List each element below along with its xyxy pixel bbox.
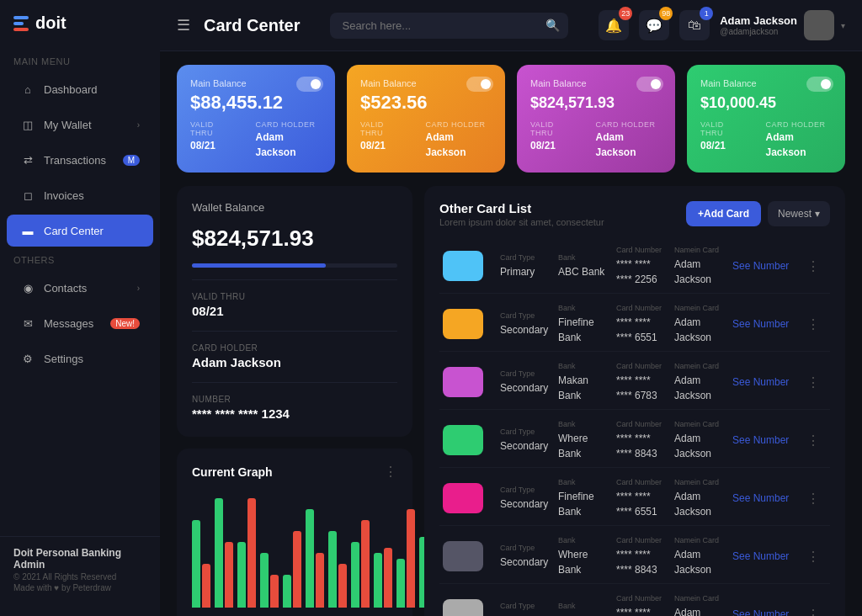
sidebar-item-contacts[interactable]: ◉ Contacts › — [7, 272, 153, 304]
card-amount: $824,571.93 — [530, 94, 662, 112]
income-bar — [283, 575, 291, 608]
card-more-button[interactable]: ⋮ — [806, 549, 827, 565]
chevron-right-icon: › — [137, 120, 140, 130]
see-number-button[interactable]: See Number — [732, 376, 800, 388]
card-thumbnail — [443, 541, 483, 571]
logo-text: doit — [35, 13, 67, 33]
search-input[interactable] — [330, 13, 568, 39]
name-on-card-value: Adam Jackson — [674, 491, 711, 518]
search-wrap: 🔍 — [330, 13, 568, 39]
sidebar-item-settings[interactable]: ⚙ Settings — [7, 343, 153, 374]
card-thumbnail — [443, 483, 483, 513]
income-bar — [306, 509, 314, 608]
card-toggle-green[interactable] — [806, 77, 833, 92]
wallet-progress-bar — [192, 263, 397, 268]
see-number-button[interactable]: See Number — [732, 492, 800, 504]
card-more-button[interactable]: ⋮ — [806, 316, 827, 332]
card-number-field: Card Number **** **** **** 8843 — [616, 420, 668, 460]
menu-icon[interactable]: ☰ — [177, 16, 190, 35]
income-bar — [215, 498, 223, 608]
sidebar-item-transactions[interactable]: ⇄ Transactions M — [7, 144, 153, 176]
add-card-button[interactable]: +Add Card — [686, 201, 761, 226]
bank-label: Bank — [558, 362, 609, 370]
chat-notification-button[interactable]: 💬 98 — [639, 10, 669, 40]
see-number-button[interactable]: See Number — [732, 550, 800, 562]
card-number-label: Card Number — [616, 536, 668, 544]
card-toggle-orange[interactable] — [466, 77, 493, 92]
see-number-button[interactable]: See Number — [732, 318, 800, 330]
balance-card-blue: Main Balance $88,455.12 VALID THRU 08/21… — [177, 65, 335, 173]
bar-group — [260, 553, 279, 608]
card-type-label: Card Type — [500, 311, 551, 320]
card-bank-field: Bank Where Bank — [558, 420, 609, 460]
name-on-card-field: Namein Card Adam Jackson — [674, 362, 726, 402]
card-more-button[interactable]: ⋮ — [806, 433, 827, 449]
card-list-actions: +Add Card Newest ▾ — [686, 201, 830, 226]
card-number-value: **** **** **** 8843 — [616, 549, 657, 576]
see-number-button[interactable]: See Number — [732, 608, 800, 616]
filter-button[interactable]: Newest ▾ — [768, 201, 830, 226]
card-holder-value: Adam Jackson — [192, 355, 281, 369]
card-number-value: **** **** **** 2256 — [616, 258, 657, 285]
card-more-button[interactable]: ⋮ — [806, 491, 827, 507]
card-number-label: Card Number — [616, 594, 668, 603]
card-number-field: Card Number **** **** **** 6783 — [616, 362, 668, 402]
header-actions: 🔔 23 💬 98 🛍 1 Adam Jackson @adamjackson … — [599, 10, 845, 40]
chevron-down-icon: ▾ — [815, 208, 820, 220]
wallet-title: Wallet Balance — [192, 201, 397, 214]
bank-value: Where Bank — [558, 433, 588, 459]
graph-panel: Current Graph ⋮ Income Expense — [177, 449, 412, 616]
card-type-field: Card Type Secondary — [500, 544, 551, 569]
sidebar-item-invoices[interactable]: ◻ Invoices — [7, 179, 153, 211]
chevron-down-icon[interactable]: ▾ — [841, 21, 845, 30]
card-list-title: Other Card List — [439, 201, 604, 215]
card-more-button[interactable]: ⋮ — [806, 258, 827, 274]
footer-copy: © 2021 All Rights Reserved — [13, 572, 146, 581]
graph-more-icon[interactable]: ⋮ — [384, 464, 397, 480]
name-on-card-value: Adam Jackson — [674, 316, 711, 343]
sidebar-item-label: Dashboard — [44, 83, 140, 96]
chevron-right-icon: › — [137, 284, 140, 293]
wallet-card-holder: CARD HOLDER Adam Jackson — [192, 343, 397, 370]
others-label: Others — [0, 248, 160, 270]
see-number-button[interactable]: See Number — [732, 260, 800, 272]
card-row: Card Type Secondary Bank Where Bank Card… — [439, 413, 830, 468]
valid-thru-value: 08/21 — [700, 140, 726, 151]
name-on-card-label: Namein Card — [674, 536, 726, 544]
card-more-button[interactable]: ⋮ — [806, 607, 827, 617]
bag-notification-button[interactable]: 🛍 1 — [679, 10, 710, 40]
card-holder-label: CARD HOLDER — [765, 120, 832, 129]
card-number-value: **** **** **** 6783 — [616, 374, 657, 401]
name-on-card-field: Namein Card Adam Jackson — [674, 594, 726, 616]
card-number-value: **** **** **** 6551 — [616, 316, 657, 343]
name-on-card-value: Adam Jackson — [674, 433, 711, 459]
expense-bar — [293, 531, 301, 608]
sidebar-item-messages[interactable]: ✉ Messages New! — [7, 307, 153, 339]
sidebar-item-label: Messages — [44, 317, 102, 330]
wallet-valid-thru: VALID THRU 08/21 — [192, 292, 397, 319]
card-thumbnail — [443, 367, 483, 397]
name-on-card-field: Namein Card Adam Jackson — [674, 536, 726, 576]
search-icon: 🔍 — [545, 19, 560, 32]
sidebar: doit Main Menu ⌂ Dashboard ◫ My Wallet ›… — [0, 0, 160, 616]
sidebar-item-dashboard[interactable]: ⌂ Dashboard — [7, 73, 153, 105]
card-toggle-blue[interactable] — [296, 77, 323, 92]
card-type-value: Secondary — [500, 382, 548, 394]
sidebar-item-card-center[interactable]: ▬ Card Center — [7, 215, 153, 247]
card-more-button[interactable]: ⋮ — [806, 374, 827, 390]
bank-label: Bank — [558, 536, 609, 544]
page-title: Card Center — [204, 16, 300, 35]
valid-thru-value: 08/21 — [190, 140, 216, 151]
bar-group — [306, 509, 324, 608]
bank-value: Makan Bank — [558, 374, 588, 401]
bell-notification-button[interactable]: 🔔 23 — [599, 10, 629, 40]
sidebar-item-my-wallet[interactable]: ◫ My Wallet › — [7, 109, 153, 141]
graph-bars — [192, 490, 397, 608]
expense-bar — [270, 575, 279, 608]
card-toggle-purple[interactable] — [636, 77, 663, 92]
card-number-field: Card Number **** **** **** 8843 — [616, 536, 668, 576]
name-on-card-field: Namein Card Adam Jackson — [674, 304, 726, 344]
card-number-value: **** **** **** 8843 — [616, 433, 657, 459]
sidebar-item-label: My Wallet — [44, 119, 129, 131]
see-number-button[interactable]: See Number — [732, 434, 800, 446]
